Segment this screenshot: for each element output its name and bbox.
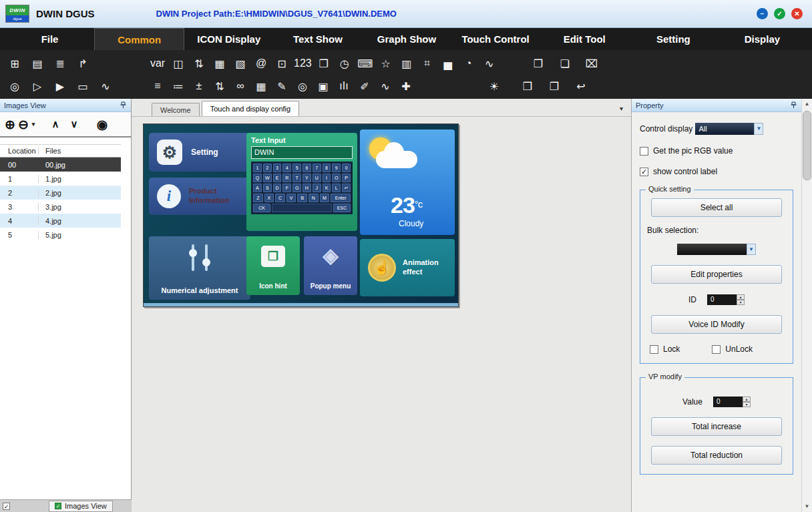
keyboard-key[interactable]: F <box>282 184 291 192</box>
keyboard-key[interactable]: X <box>264 194 274 202</box>
keyboard-key[interactable]: 8 <box>323 164 331 172</box>
keyboard-key[interactable]: T <box>292 174 301 182</box>
menu-item-common[interactable]: Common <box>94 28 184 50</box>
rotation-adjust-icon[interactable]: ∞ <box>231 77 250 95</box>
setting-tile[interactable]: ⚙ Setting <box>149 133 250 172</box>
qrcode-display-icon[interactable]: ⌗ <box>418 54 437 73</box>
keyboard-key[interactable]: D <box>273 184 282 192</box>
var-variable-icon[interactable]: var <box>148 54 167 73</box>
control-display-select[interactable]: All <box>695 123 754 135</box>
chevron-down-icon[interactable]: ▼ <box>754 123 763 135</box>
move-up-icon[interactable]: ∧ <box>49 118 62 130</box>
column-header-location[interactable]: Location <box>0 147 39 155</box>
numeric-display-icon[interactable]: ▦ <box>210 54 229 73</box>
maximize-button[interactable]: ✓ <box>774 8 785 19</box>
keyboard-space-key[interactable] <box>272 204 332 212</box>
menu-item-setting[interactable]: Setting <box>629 28 718 50</box>
keyboard-key[interactable]: 0 <box>342 164 351 172</box>
keyboard-key[interactable]: S <box>263 184 272 192</box>
strip-checkbox[interactable]: ✓ <box>3 503 10 510</box>
keyboard-key[interactable]: ↵ <box>342 184 351 192</box>
bit-variable-icon[interactable]: ◫ <box>169 54 188 73</box>
audio-play-icon[interactable]: ıIı <box>335 77 353 95</box>
voice-id-modify-button[interactable]: Voice ID Modify <box>651 315 782 334</box>
keyboard-key[interactable]: H <box>302 184 311 192</box>
animation-effect-tile[interactable]: ☝ Animation effect <box>360 239 455 296</box>
move-down-icon[interactable]: ∨ <box>67 118 81 130</box>
zoom-in-icon[interactable]: ⊕ <box>3 117 17 132</box>
data-variable-icon[interactable]: ⇅ <box>190 54 208 73</box>
tab-touch-display-config[interactable]: Touch and display config <box>202 101 299 116</box>
close-button[interactable]: ✕ <box>791 8 803 19</box>
vp-value[interactable]: 0 <box>713 397 743 407</box>
chevron-down-icon[interactable]: ▼ <box>747 244 756 255</box>
spin-up-icon[interactable]: ▲ <box>737 294 745 300</box>
keyboard-key[interactable]: Y <box>302 174 311 182</box>
column-header-files[interactable]: Files <box>39 147 121 155</box>
keyboard-key[interactable]: 7 <box>313 164 321 172</box>
table-row[interactable]: 4 4.jpg <box>0 214 121 228</box>
zoom-out-icon[interactable]: ⊖ <box>17 117 30 132</box>
text-display-icon[interactable]: ❐ <box>315 54 333 73</box>
clock-display-icon[interactable]: ◷ <box>335 54 354 73</box>
menu-item-file[interactable]: File <box>5 28 94 50</box>
numerical-adjustment-tile[interactable]: Numerical adjustment <box>149 236 250 300</box>
keyboard-key[interactable]: 3 <box>273 164 282 172</box>
keyboard-key[interactable]: 6 <box>302 164 311 172</box>
zoom-caret-icon[interactable]: ▾ <box>30 121 37 127</box>
brightness-icon[interactable]: ☀ <box>485 77 503 95</box>
lock-checkbox-row[interactable]: Lock <box>650 344 680 354</box>
keypad-input-icon[interactable]: ⌨ <box>356 54 375 73</box>
image-display-icon[interactable]: ▣ <box>314 77 333 95</box>
keyboard-key[interactable]: Enter <box>331 194 351 202</box>
keyboard-key[interactable]: 5 <box>292 164 301 172</box>
target-icon[interactable]: ◉ <box>95 117 109 132</box>
menu-item-graph-show[interactable]: Graph Show <box>362 28 451 50</box>
keyboard-key[interactable]: N <box>309 194 319 202</box>
menu-item-touch-control[interactable]: Touch Control <box>451 28 540 50</box>
unlock-checkbox-row[interactable]: UnLock <box>712 344 753 354</box>
pin-icon[interactable] <box>790 101 797 109</box>
keyboard-key[interactable]: J <box>313 184 321 192</box>
dial-display-icon[interactable]: ◔ <box>459 54 478 73</box>
keyboard-key[interactable]: M <box>320 194 330 202</box>
keyboard-key[interactable]: P <box>342 174 351 182</box>
lock-checkbox[interactable] <box>650 345 658 354</box>
gesture-icon[interactable]: ✐ <box>355 77 374 95</box>
keyboard-key[interactable]: R <box>282 174 291 182</box>
edit-properties-button[interactable]: Edit properties <box>651 265 782 284</box>
scrollbar-thumb[interactable] <box>803 111 811 180</box>
minimize-button[interactable]: − <box>757 8 768 19</box>
vertical-scrollbar[interactable]: ▲ ▼ <box>801 99 812 512</box>
keyboard-key[interactable]: 2 <box>263 164 272 172</box>
ascii-display-icon[interactable]: @ <box>252 54 270 73</box>
table-row[interactable]: 1 1.jpg <box>0 172 121 186</box>
rtc-display-icon[interactable]: ⊡ <box>272 54 291 73</box>
keyboard-key[interactable]: C <box>275 194 285 202</box>
play-icon[interactable]: ▷ <box>28 77 47 95</box>
total-reduction-button[interactable]: Total reduction <box>651 446 782 465</box>
table-row[interactable]: 2 2.jpg <box>0 186 121 200</box>
pencil-edit-icon[interactable]: ✎ <box>272 77 291 95</box>
bulk-selection-select[interactable] <box>677 244 747 255</box>
undo-icon[interactable]: ↩ <box>572 77 590 95</box>
keyboard-key[interactable]: Q <box>253 174 262 182</box>
animation-display-icon[interactable]: ▧ <box>231 54 250 73</box>
keyboard-key-esc[interactable]: ESC <box>333 204 351 212</box>
icon-hint-tile[interactable]: ❐ Icon hint <box>246 236 300 295</box>
keyboard-key[interactable]: V <box>286 194 296 202</box>
keyboard-key[interactable]: B <box>297 194 307 202</box>
new-project-icon[interactable]: ⊞ <box>5 54 24 73</box>
delete-icon[interactable]: ⌧ <box>582 54 601 73</box>
print-icon[interactable]: ≣ <box>51 54 69 73</box>
keyboard-key[interactable]: K <box>323 184 331 192</box>
zoom-variable-icon[interactable]: ☆ <box>377 54 395 73</box>
keyboard-key[interactable]: L <box>332 184 341 192</box>
product-information-tile[interactable]: i Product Information <box>149 178 250 215</box>
preview-search-icon[interactable]: ◎ <box>5 77 24 95</box>
curve-icon[interactable]: ∿ <box>376 77 395 95</box>
rgb-checkbox-row[interactable]: Get the pic RGB value <box>640 146 793 156</box>
keyboard-key[interactable]: A <box>253 184 262 192</box>
table-row[interactable]: 3 3.jpg <box>0 200 121 214</box>
menu-item-edit-tool[interactable]: Edit Tool <box>540 28 629 50</box>
